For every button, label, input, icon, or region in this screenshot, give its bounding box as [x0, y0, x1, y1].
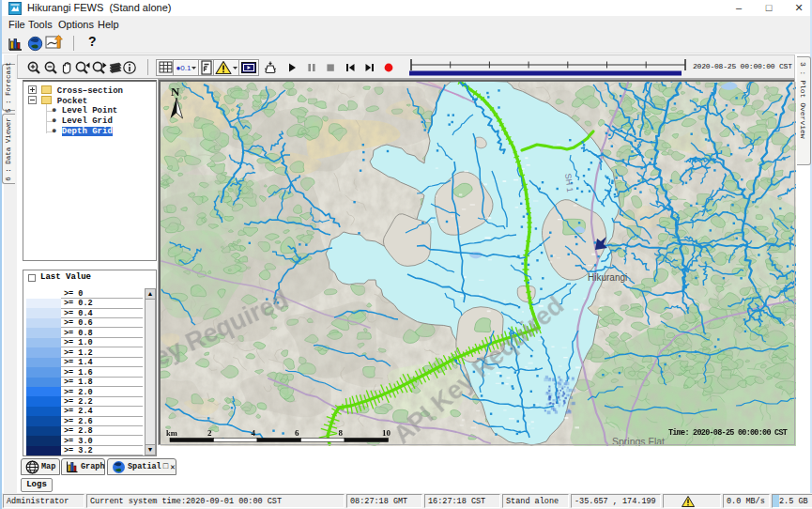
svg-text:6: 6 [295, 428, 299, 438]
svg-text:Hikurangi: Hikurangi [588, 272, 627, 283]
svg-text:Time: 2020-08-25 00:00:00 CST: Time: 2020-08-25 00:00:00 CST [668, 428, 788, 438]
svg-text:2: 2 [207, 428, 212, 438]
svg-text:4: 4 [252, 428, 256, 438]
svg-text:10: 10 [382, 428, 391, 438]
svg-text:N: N [171, 85, 180, 99]
svg-text:8: 8 [339, 428, 344, 438]
svg-text:Springs Flat: Springs Flat [612, 436, 665, 446]
svg-text:km: km [166, 428, 177, 438]
